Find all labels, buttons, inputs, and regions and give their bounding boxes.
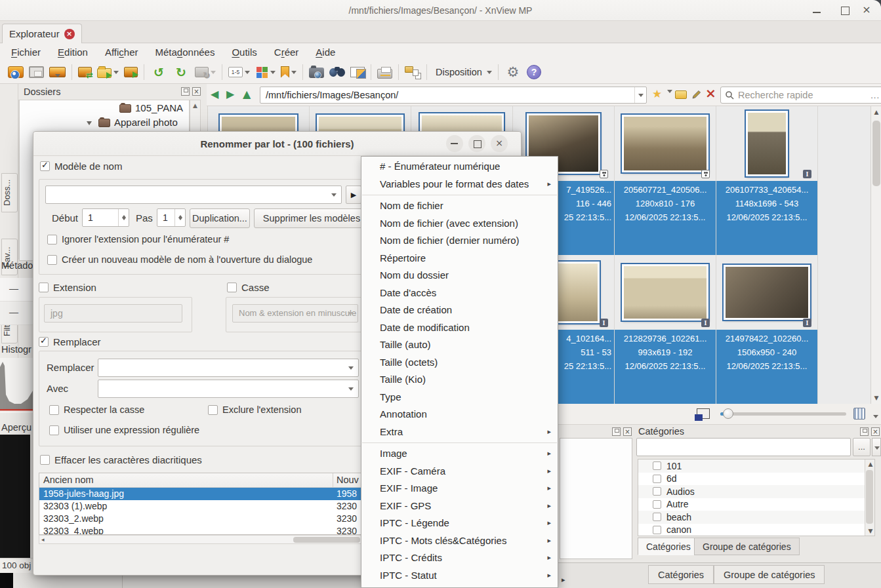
category-checkbox[interactable] (653, 526, 661, 534)
address-bar[interactable]: /mnt/fichiers/Images/Besançon/ (260, 87, 647, 104)
replace-find-combobox[interactable] (98, 359, 359, 377)
thumbnail-cell[interactable]: I212829736_102261...993x619 - 19212/06/2… (615, 255, 716, 404)
menubar-item[interactable]: Métadonnées (147, 47, 224, 58)
context-menu-item[interactable]: Taille (octets) (361, 354, 558, 372)
context-menu-item[interactable]: Taille (auto) (361, 336, 558, 354)
tab-categories-back[interactable]: Catégories (648, 565, 714, 584)
image-thumbnail[interactable] (724, 265, 810, 320)
tab-category-group[interactable]: Groupe de catégories (694, 538, 800, 555)
toolbar-fullscreen-button[interactable] (26, 62, 47, 82)
category-more-button[interactable]: ... (853, 438, 871, 456)
context-menu-item[interactable]: Nom de fichier (avec extension) (361, 215, 558, 233)
context-menu-item[interactable]: Extra▸ (361, 423, 558, 441)
context-menu-item[interactable]: Image▸ (361, 445, 558, 463)
toolbar-undo-button[interactable] (148, 62, 170, 82)
toolbar-help-button[interactable]: ? (524, 62, 544, 82)
diacritics-checkbox[interactable] (40, 455, 50, 465)
folder-tree-item[interactable]: Appareil photo (20, 116, 189, 130)
exclude-extension-checkbox[interactable] (208, 405, 218, 415)
dialog-titlebar[interactable]: Renommer par lot - (100 fichiers) × (33, 132, 521, 156)
scroll-left-icon[interactable]: ◂ (41, 536, 45, 543)
toolbar-tag-button[interactable] (278, 62, 299, 82)
image-thumbnail[interactable] (746, 111, 788, 176)
toolbar-move-button[interactable] (121, 62, 140, 82)
scroll-down-icon[interactable]: ▼ (865, 528, 875, 534)
context-menu-item[interactable]: Date d'accès (361, 284, 558, 302)
insert-variable-button[interactable]: ▶ (346, 186, 361, 204)
favorites-star-icon[interactable]: ★ (652, 87, 662, 100)
step-spinner[interactable]: 1 (157, 208, 186, 227)
tab-close-icon[interactable]: × (64, 29, 75, 39)
panel-close-icon[interactable]: × (623, 427, 632, 436)
replace-with-combobox[interactable] (98, 380, 359, 398)
panel-float-icon[interactable] (612, 427, 621, 436)
context-menu-item[interactable] (361, 584, 558, 588)
category-item[interactable]: Autre (638, 498, 874, 511)
toolbar-camera-button[interactable] (306, 62, 327, 82)
toolbar-binoculars-button[interactable] (327, 62, 348, 82)
toolbar-compare-button[interactable] (348, 62, 367, 82)
context-menu-item[interactable]: Taille (Kio) (361, 371, 558, 389)
category-item[interactable]: canon (638, 524, 874, 537)
context-menu-item[interactable]: # - Énumérateur numérique (361, 158, 558, 176)
scroll-up-icon[interactable]: ▲ (865, 461, 875, 467)
menubar-item[interactable]: Edition (49, 47, 96, 58)
extension-checkbox[interactable] (39, 283, 49, 292)
menubar-item[interactable]: Fichier (3, 47, 49, 58)
dialog-close-button[interactable]: × (491, 135, 508, 152)
scrollbar-thumb[interactable] (293, 537, 360, 543)
category-item[interactable]: 101 (638, 460, 874, 473)
address-dropdown-icon[interactable] (634, 87, 646, 103)
scroll-down-icon[interactable]: ▼ (871, 395, 881, 401)
filter-panel-list[interactable] (560, 438, 632, 559)
menubar-item[interactable]: Outils (223, 47, 265, 58)
toolbar-print-button[interactable] (375, 62, 395, 82)
category-checkbox[interactable] (653, 475, 661, 483)
thumbnail-cell[interactable]: I206107733_420654...1148x1696 - 54312/06… (716, 106, 818, 255)
context-menu-item[interactable]: IPTC - Légende▸ (361, 515, 558, 532)
panel-float-icon[interactable] (860, 427, 869, 436)
toolbar-open-with-button[interactable] (94, 62, 121, 82)
up-icon[interactable]: ▲ (243, 88, 251, 100)
toolbar-convert-button[interactable] (75, 62, 94, 82)
toolbar-tree-button[interactable] (402, 62, 423, 82)
table-hscrollbar[interactable]: ◂ (39, 535, 361, 544)
column-new-name[interactable]: Nouv (337, 475, 359, 485)
thumbnail-cell[interactable]: 205607721_420506...1280x810 - 17612/06/2… (615, 106, 716, 255)
panel-close-icon[interactable]: × (871, 427, 880, 436)
context-menu-item[interactable]: Annotation (361, 406, 558, 423)
category-filter-input[interactable] (636, 438, 851, 456)
match-case-checkbox[interactable] (49, 405, 59, 415)
delete-x-icon[interactable]: × (705, 85, 716, 101)
left-tab-0[interactable]: Doss... (1, 173, 18, 212)
category-item[interactable]: 6d (638, 473, 874, 486)
context-menu-item[interactable]: IPTC - Statut▸ (361, 567, 558, 585)
context-menu-item[interactable]: Variables pour le format des dates▸ (361, 176, 558, 193)
create-template-checkbox[interactable] (47, 255, 57, 265)
toolbar-grid-button[interactable] (253, 62, 278, 82)
context-menu-item[interactable]: EXIF - Caméra▸ (361, 463, 558, 480)
browser-scrollbar[interactable]: ▲ ▼ (871, 106, 881, 404)
panel-float-icon[interactable] (181, 87, 190, 96)
category-dropdown-button[interactable] (872, 438, 881, 456)
context-menu-item[interactable]: Nom de fichier (dernier numéro) (361, 232, 558, 250)
toolbar-slideshow-button[interactable] (47, 62, 68, 82)
slider-handle[interactable] (723, 408, 733, 419)
menubar-item[interactable]: Aide (307, 47, 344, 58)
regex-checkbox[interactable] (49, 425, 59, 435)
category-item[interactable]: Audios (638, 485, 874, 498)
edit-pencil-icon[interactable] (691, 88, 703, 100)
image-thumbnail[interactable] (622, 115, 708, 172)
toolbar-browse-button[interactable] (5, 62, 26, 82)
thumbnail-size-icon[interactable] (697, 408, 710, 419)
context-menu-item[interactable]: IPTC - Mots clés&Catégories▸ (361, 532, 558, 550)
column-old-name[interactable]: Ancien nom (43, 475, 94, 485)
scrollbar-thumb[interactable] (866, 470, 873, 524)
menubar-item[interactable]: Créer (266, 47, 308, 58)
back-icon[interactable]: ◀ (211, 88, 218, 100)
context-menu-item[interactable]: Type (361, 389, 558, 406)
thumbnail-cell[interactable]: I214978422_102260...1506x950 - 24012/06/… (716, 255, 818, 404)
tab-category-group-back[interactable]: Groupe de catégories (714, 565, 825, 584)
panel-close-icon[interactable]: × (192, 87, 201, 96)
category-checkbox[interactable] (653, 487, 661, 496)
